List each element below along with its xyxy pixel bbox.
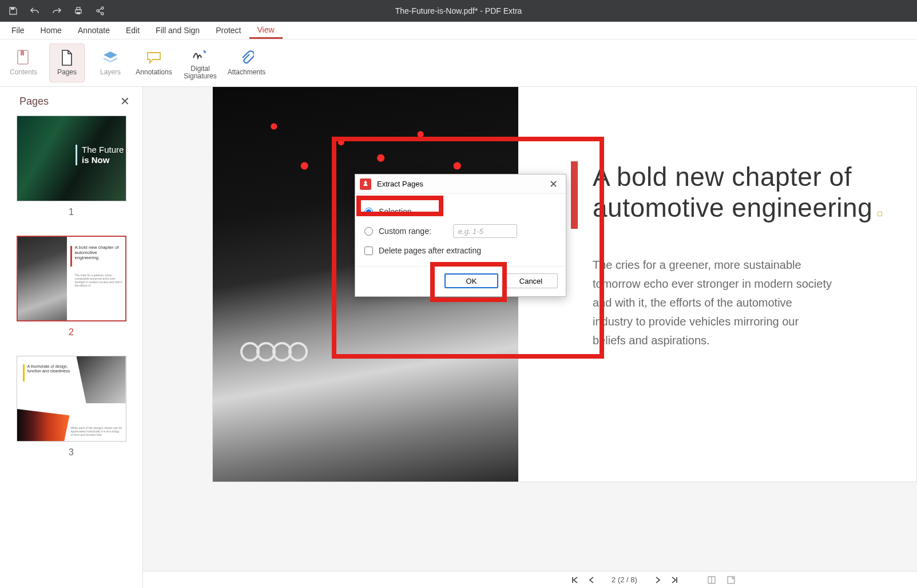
menu-edit[interactable]: Edit bbox=[118, 22, 148, 39]
accent-bar bbox=[571, 161, 578, 229]
ribbon-view: Contents Pages Layers Annotations Digita… bbox=[0, 39, 917, 87]
dialog-title: Extract Pages bbox=[377, 180, 423, 188]
next-page-icon[interactable] bbox=[655, 577, 661, 583]
thumb3-heading: A triumvirate of design, function and cl… bbox=[27, 364, 72, 374]
fit-width-icon[interactable] bbox=[727, 576, 735, 584]
cancel-button[interactable]: Cancel bbox=[504, 273, 558, 288]
signature-icon bbox=[192, 46, 209, 63]
menu-view[interactable]: View bbox=[249, 22, 283, 39]
ribbon-contents[interactable]: Contents bbox=[6, 43, 41, 82]
page-icon bbox=[58, 49, 76, 66]
page-thumbnail[interactable]: The Future is Now 1 bbox=[10, 116, 132, 217]
comment-icon bbox=[145, 49, 162, 66]
svg-rect-9 bbox=[728, 577, 735, 583]
radio-range-label: Custom range: bbox=[379, 227, 431, 236]
checkbox-delete-label: Delete pages after extracting bbox=[379, 246, 481, 255]
extract-pages-dialog: Extract Pages ✕ Selection Custom range: bbox=[355, 174, 566, 297]
svg-rect-3 bbox=[77, 12, 80, 14]
thumb1-line1: The Future bbox=[82, 145, 124, 155]
thumb2-heading: A bold new chapter of automotive enginee… bbox=[75, 245, 121, 261]
range-input[interactable] bbox=[453, 224, 517, 238]
thumb2-body: The cries for a greener, more sustainabl… bbox=[75, 273, 124, 287]
page-body: The cries for a greener, more sustainabl… bbox=[593, 256, 833, 351]
svg-rect-2 bbox=[77, 7, 80, 10]
close-icon[interactable]: ✕ bbox=[547, 178, 560, 190]
page-thumbnail[interactable]: A bold new chapter of automotive enginee… bbox=[10, 236, 132, 337]
ribbon-layers[interactable]: Layers bbox=[93, 43, 128, 82]
svg-rect-0 bbox=[11, 7, 14, 10]
menu-bar: File Home Annotate Edit Fill and Sign Pr… bbox=[0, 22, 917, 39]
ribbon-label: Attachments bbox=[228, 69, 266, 76]
page-canvas: A bold new chapter of automotive enginee… bbox=[213, 87, 916, 482]
radio-selection[interactable] bbox=[364, 208, 373, 216]
paperclip-icon bbox=[238, 49, 255, 66]
window-title: The-Future-is-Now.pdf* - PDF Extra bbox=[395, 6, 522, 15]
ribbon-label: Pages bbox=[57, 69, 77, 76]
page-thumbnail[interactable]: A triumvirate of design, function and cl… bbox=[10, 356, 132, 458]
fit-page-icon[interactable] bbox=[708, 576, 716, 584]
redo-icon[interactable] bbox=[51, 6, 62, 16]
layers-icon bbox=[102, 49, 119, 66]
page-navigation-bar: 2 (2 / 8) bbox=[143, 571, 917, 588]
ribbon-signatures[interactable]: Digital Signatures bbox=[180, 43, 221, 82]
last-page-icon[interactable] bbox=[671, 577, 678, 583]
annotation-marker-icon bbox=[878, 212, 882, 216]
thumb3-body: While each of the designs shown can be a… bbox=[71, 426, 122, 436]
radio-custom-range[interactable] bbox=[364, 227, 373, 236]
thumb1-line2: is Now bbox=[82, 155, 124, 165]
menu-fill-sign[interactable]: Fill and Sign bbox=[148, 22, 208, 39]
menu-home[interactable]: Home bbox=[33, 22, 70, 39]
ribbon-pages[interactable]: Pages bbox=[49, 43, 85, 82]
ok-button[interactable]: OK bbox=[444, 273, 498, 288]
share-icon[interactable] bbox=[95, 6, 105, 16]
thumb-number: 2 bbox=[69, 327, 74, 337]
ribbon-label: Annotations bbox=[136, 69, 172, 76]
title-bar: The-Future-is-Now.pdf* - PDF Extra bbox=[0, 0, 917, 22]
menu-annotate[interactable]: Annotate bbox=[70, 22, 118, 39]
svg-point-4 bbox=[101, 7, 104, 9]
undo-icon[interactable] bbox=[30, 6, 40, 16]
ribbon-label: Contents bbox=[10, 69, 37, 76]
menu-protect[interactable]: Protect bbox=[208, 22, 249, 39]
audi-logo-icon bbox=[240, 342, 308, 361]
checkbox-delete-after[interactable] bbox=[364, 247, 373, 255]
quick-actions bbox=[0, 6, 105, 16]
save-icon[interactable] bbox=[8, 6, 18, 16]
app-icon bbox=[360, 178, 371, 190]
close-icon[interactable]: ✕ bbox=[117, 93, 133, 109]
ribbon-label: Digital Signatures bbox=[184, 65, 216, 80]
page-status: 2 (2 / 8) bbox=[605, 575, 645, 584]
document-viewer[interactable]: A bold new chapter of automotive enginee… bbox=[143, 87, 917, 588]
pages-panel: Pages ✕ The Future is Now 1 bbox=[0, 87, 143, 588]
pages-panel-title: Pages bbox=[19, 96, 49, 108]
bookmark-icon bbox=[15, 49, 32, 66]
ribbon-label: Layers bbox=[100, 69, 121, 76]
ribbon-attachments[interactable]: Attachments bbox=[229, 43, 264, 82]
page-heading: A bold new chapter of automotive enginee… bbox=[593, 161, 882, 224]
prev-page-icon[interactable] bbox=[589, 577, 594, 583]
thumb-number: 1 bbox=[69, 207, 74, 217]
svg-point-6 bbox=[101, 13, 104, 15]
menu-file[interactable]: File bbox=[3, 22, 33, 39]
print-icon[interactable] bbox=[73, 6, 84, 16]
first-page-icon[interactable] bbox=[571, 577, 578, 583]
radio-selection-label: Selection bbox=[379, 207, 412, 216]
thumb-number: 3 bbox=[69, 447, 74, 458]
svg-point-5 bbox=[97, 10, 99, 12]
ribbon-annotations[interactable]: Annotations bbox=[136, 43, 172, 82]
